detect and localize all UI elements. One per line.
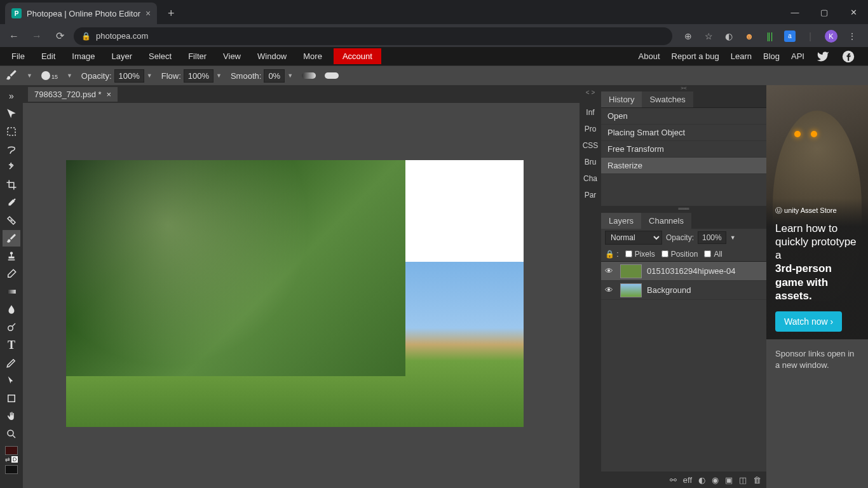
visibility-eye-icon[interactable]: 👁 bbox=[605, 266, 615, 276]
brush-preview[interactable]: 15 bbox=[41, 71, 58, 80]
tab-history[interactable]: History bbox=[601, 92, 642, 107]
browser-tab[interactable]: P Photopea | Online Photo Editor × bbox=[5, 3, 157, 24]
eraser-tool[interactable] bbox=[3, 266, 20, 282]
marquee-tool[interactable] bbox=[3, 123, 20, 140]
layer-name[interactable]: Background bbox=[647, 285, 691, 295]
menu-window[interactable]: Window bbox=[250, 48, 294, 64]
default-colors-icon[interactable]: D bbox=[11, 456, 18, 463]
eyedropper-tool[interactable] bbox=[3, 194, 20, 211]
layer-thumbnail[interactable] bbox=[620, 264, 642, 278]
new-layer-icon[interactable]: ◫ bbox=[739, 475, 747, 485]
foreground-color[interactable] bbox=[5, 446, 18, 455]
menu-filter[interactable]: Filter bbox=[180, 48, 214, 64]
menu-view[interactable]: View bbox=[215, 48, 248, 64]
add-icon[interactable]: ⊕ bbox=[682, 30, 694, 42]
forward-button[interactable]: → bbox=[28, 27, 46, 45]
smooth-dropdown-icon[interactable]: ▼ bbox=[287, 72, 293, 79]
link-report-bug[interactable]: Report a bug bbox=[672, 51, 719, 61]
menu-select[interactable]: Select bbox=[141, 48, 179, 64]
document-tab[interactable]: 798633_720.psd * × bbox=[28, 87, 118, 102]
hand-tool[interactable] bbox=[3, 408, 20, 424]
pill-inf[interactable]: Inf bbox=[581, 104, 600, 121]
opacity-value[interactable]: 100% bbox=[114, 69, 144, 83]
airbrush-icon[interactable] bbox=[302, 72, 316, 79]
tab-channels[interactable]: Channels bbox=[641, 213, 691, 229]
group-icon[interactable]: ▣ bbox=[725, 475, 733, 485]
wand-tool[interactable] bbox=[3, 159, 20, 175]
dodge-tool[interactable] bbox=[3, 319, 20, 336]
maximize-button[interactable]: ▢ bbox=[810, 0, 839, 24]
heal-tool[interactable] bbox=[3, 212, 20, 229]
background-color[interactable] bbox=[5, 465, 18, 474]
window-close-button[interactable]: ✕ bbox=[839, 0, 868, 24]
canvas[interactable] bbox=[66, 160, 524, 427]
effects-button[interactable]: eff bbox=[683, 475, 692, 485]
ad-image[interactable]: Ⓤ unity Asset Store Learn how to quickly… bbox=[766, 85, 868, 339]
crop-tool[interactable] bbox=[3, 177, 20, 193]
kebab-menu-icon[interactable]: ⋮ bbox=[846, 30, 858, 42]
pressure-icon[interactable] bbox=[325, 72, 339, 79]
tool-dropdown-icon[interactable]: ▼ bbox=[27, 72, 32, 79]
brush-tool-icon[interactable] bbox=[5, 69, 18, 83]
flow-dropdown-icon[interactable]: ▼ bbox=[216, 72, 222, 79]
pill-pro[interactable]: Pro bbox=[581, 121, 600, 137]
canvas-area[interactable] bbox=[23, 103, 580, 488]
history-item[interactable]: Rasterize bbox=[601, 158, 766, 174]
link-layers-icon[interactable]: ⚯ bbox=[670, 475, 677, 485]
new-tab-button[interactable]: + bbox=[162, 4, 180, 22]
more-tools-icon[interactable]: » bbox=[3, 88, 20, 104]
history-item[interactable]: Free Transform bbox=[601, 141, 766, 158]
lock-position[interactable]: Position bbox=[661, 250, 698, 259]
history-item[interactable]: Open bbox=[601, 108, 766, 125]
opacity-dropdown-icon[interactable]: ▼ bbox=[147, 72, 153, 79]
mask-icon[interactable]: ◐ bbox=[698, 475, 705, 485]
back-button[interactable]: ← bbox=[5, 27, 23, 45]
menu-layer[interactable]: Layer bbox=[104, 48, 140, 64]
panel-handle[interactable]: >< bbox=[601, 85, 766, 92]
link-learn[interactable]: Learn bbox=[731, 51, 752, 61]
ad-cta-button[interactable]: Watch now › bbox=[775, 311, 842, 332]
bookmark-star-icon[interactable]: ☆ bbox=[703, 30, 714, 42]
url-box[interactable]: 🔒 photopea.com bbox=[74, 27, 672, 45]
facebook-icon[interactable] bbox=[841, 50, 855, 64]
twitter-icon[interactable] bbox=[816, 50, 830, 64]
face-ext-icon[interactable]: ☻ bbox=[743, 30, 755, 42]
visibility-eye-icon[interactable]: 👁 bbox=[605, 285, 615, 295]
panel-handle[interactable]: ═══ bbox=[601, 206, 766, 212]
menu-more[interactable]: More bbox=[295, 48, 330, 64]
shape-tool[interactable] bbox=[3, 390, 20, 407]
bars-ext-icon[interactable]: ∥| bbox=[764, 30, 775, 42]
layer-row[interactable]: 👁 01510316294hipwee-04 bbox=[601, 262, 766, 281]
path-select-tool[interactable] bbox=[3, 372, 20, 389]
menu-edit[interactable]: Edit bbox=[34, 48, 63, 64]
link-about[interactable]: About bbox=[639, 51, 660, 61]
swap-colors-icon[interactable]: ⇄ bbox=[5, 456, 10, 463]
link-api[interactable]: API bbox=[791, 51, 804, 61]
pill-par[interactable]: Par bbox=[581, 187, 600, 203]
move-tool[interactable] bbox=[3, 105, 20, 122]
link-blog[interactable]: Blog bbox=[763, 51, 780, 61]
flow-value[interactable]: 100% bbox=[184, 69, 214, 83]
delete-layer-icon[interactable]: 🗑 bbox=[753, 475, 761, 485]
zoom-tool[interactable] bbox=[3, 426, 20, 442]
brush-dropdown-icon[interactable]: ▼ bbox=[67, 72, 72, 79]
contrast-icon[interactable]: ◐ bbox=[723, 30, 735, 42]
type-tool[interactable]: T bbox=[3, 337, 20, 353]
layer-opacity-value[interactable]: 100% bbox=[698, 231, 726, 244]
layer-row[interactable]: 👁 Background bbox=[601, 281, 766, 300]
account-button[interactable]: Account bbox=[334, 48, 381, 64]
history-item[interactable]: Placing Smart Object bbox=[601, 125, 766, 141]
tab-swatches[interactable]: Swatches bbox=[642, 92, 693, 107]
pill-cha[interactable]: Cha bbox=[581, 170, 600, 187]
blur-tool[interactable] bbox=[3, 301, 20, 318]
layer-thumbnail[interactable] bbox=[620, 283, 642, 297]
pill-bru[interactable]: Bru bbox=[581, 154, 600, 170]
smooth-value[interactable]: 0% bbox=[264, 69, 285, 83]
gradient-tool[interactable] bbox=[3, 283, 20, 300]
menu-image[interactable]: Image bbox=[64, 48, 102, 64]
lasso-tool[interactable] bbox=[3, 141, 20, 158]
blue-ext-icon[interactable]: a bbox=[784, 30, 796, 42]
reload-button[interactable]: ⟳ bbox=[51, 27, 69, 45]
pen-tool[interactable] bbox=[3, 355, 20, 371]
brush-tool[interactable] bbox=[3, 230, 20, 247]
